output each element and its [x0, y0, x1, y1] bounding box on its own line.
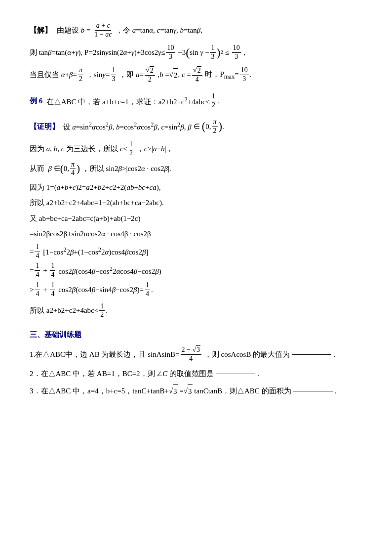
q1-period: .	[333, 348, 335, 361]
q3-period: .	[335, 384, 337, 398]
frac-numerator: a + c	[95, 22, 111, 31]
q2-period: .	[257, 367, 259, 381]
dot: .	[250, 68, 252, 82]
proof-conclusion: 所以 a2+b2+c2+4abc< 1 2 .	[30, 302, 362, 320]
q3-tan: tanCtanB，则△ABC 的面积为	[193, 384, 291, 398]
two-set: 2	[212, 127, 218, 135]
q1-blank	[292, 354, 331, 355]
one-a: 1	[35, 243, 40, 252]
q1: 1.在△ABC中，边 AB 为最长边，且 sinAsinB= 2 − 3 4 ，…	[30, 345, 362, 363]
three2: 3	[234, 53, 239, 61]
c-cond-text: ，c>|a−b|，	[135, 142, 173, 156]
frac-pi-4: π 4	[70, 161, 76, 178]
dot-ex6: .	[217, 94, 219, 108]
four-d: 4	[35, 290, 40, 299]
frac-1-4-a: 1 4	[35, 243, 40, 260]
solution-line2: 则 tanβ=tan(α+γ), P=2sinysin(2α+γ)+3cos2γ…	[30, 42, 362, 63]
two-ex6: 2	[211, 101, 216, 110]
frac-1-2-proof: 1 2	[128, 140, 134, 158]
four-f: 4	[145, 290, 150, 299]
frac-pi-2: π 2	[78, 66, 83, 84]
proof-line8: = 1 4 + 1 4 cos2β(cos4β−cos22αcos4β−cos2…	[30, 262, 362, 279]
one-conc: 1	[99, 302, 105, 311]
example6-label: 例 6	[30, 94, 46, 108]
tanb-text: 则 tanβ=tan(α+γ), P=2sinysin(2α+γ)+3cos2γ…	[30, 46, 165, 59]
ten: 10	[166, 44, 175, 53]
two-conc: 2	[99, 311, 105, 319]
one-ex6: 1	[211, 92, 216, 101]
cong-text: 从而	[30, 162, 48, 175]
frac-1-3: 1 3	[210, 44, 216, 61]
proof-set-text: 设 a=sin2αcos2β, b=cos2αcos2β, c=sin2β, β	[63, 119, 192, 134]
sin-gamma: sin γ −	[190, 46, 209, 59]
frac-1-4-b: 1 4	[35, 262, 40, 279]
dot-conc: .	[106, 304, 108, 317]
sqrt-2: 2	[169, 68, 178, 82]
section3-title: 三、基础训练题	[30, 328, 362, 342]
proof-label: 【证明】	[30, 120, 63, 133]
q2-text: 2．在△ABC 中，若 AB=1，BC=2，则 ∠C 的取值范围是	[30, 367, 214, 381]
comma: ，令 a=tanα, c=tanγ, b=tanβ,	[114, 24, 202, 37]
proof-line1: 【证明】 设 a=sin2αcos2β, b=cos2αcos2β, c=sin…	[30, 117, 362, 137]
siny-text: ，siny=	[84, 68, 110, 82]
ten3: 10	[240, 66, 249, 75]
frac-1-2-conc: 1 2	[99, 302, 105, 320]
frac-1-4-f: 1 4	[145, 281, 150, 299]
one-num: 1	[210, 44, 216, 53]
zero2: 0,	[64, 162, 69, 175]
one-c2: 1	[50, 262, 55, 271]
proof-line3: 因为 1=(a+b+c)2=a2+b2+c2+2(ab+bc+ca),	[30, 180, 362, 195]
solution-line1: 【解】 由题设 b = a + c 1 − ac ，令 a=tanα, c=ta…	[30, 22, 362, 39]
suoyi-text: 所以 a2+b2+c2+4abc<	[30, 304, 98, 317]
q2-blank	[216, 374, 255, 374]
gt-sign: >	[30, 283, 34, 297]
one-b2: 1	[35, 262, 40, 271]
cos-sin-expr: cos2β(cos4β−sin4β−cos2β)=	[56, 283, 144, 297]
q1-num: 2 − 3	[181, 345, 202, 355]
three3: 3	[241, 75, 247, 84]
left-paren: (	[186, 42, 190, 63]
q2: 2．在△ABC 中，若 AB=1，BC=2，则 ∠C 的取值范围是 .	[30, 367, 362, 381]
comma2: ,	[242, 46, 246, 59]
one-b: 1	[111, 66, 116, 75]
proof-beta-line: 从而 β ∈ ( 0, π 4 ) ，所以 sin2β>|cos2α · cos…	[30, 160, 362, 178]
proof-line5: 又 ab+bc+ca−2abc=c(a+b)+ab(1−2c)	[30, 212, 362, 226]
leq: ≤	[223, 46, 231, 59]
suoyi-sin: ，所以 sin2β>|cos2α · cos2β|.	[80, 162, 171, 175]
example6-section: 例 6 在△ABC 中，若 a+b+c=1，求证：a2+b2+c2+4abc< …	[30, 92, 362, 110]
when-text: 当且仅当 α+β=	[30, 68, 77, 82]
solution-section: 【解】 由题设 b = a + c 1 − ac ，令 a=tanα, c=ta…	[30, 22, 362, 84]
sqrt-3-q3: 3	[169, 384, 178, 398]
two-den2: 2	[147, 76, 153, 84]
equals: =	[84, 24, 92, 37]
beta-in: β ∈	[48, 162, 60, 175]
frac-a-plus-c: a + c 1 − ac	[93, 22, 113, 39]
pi-4-num: π	[70, 161, 76, 170]
frac-denominator: 1 − ac	[93, 31, 113, 39]
set-right-paren: )	[77, 160, 80, 178]
solution-label: 【解】	[30, 24, 52, 37]
q1-den: 4	[188, 355, 194, 363]
frac-1-3b: 1 3	[111, 66, 116, 84]
example6-text: 在△ABC 中，若 a+b+c=1，求证：a2+b2+c2+4abc<	[46, 94, 210, 109]
zero-text: 0,	[205, 120, 211, 133]
q1-suffix: ，则 cosAcosB 的最大值为	[202, 348, 290, 361]
frac-sqrt2-2: 2 2	[145, 66, 155, 84]
four-b2: 4	[35, 271, 40, 279]
solution-intro: 由题设	[57, 24, 81, 37]
frac-10-3-right: 10 3	[232, 44, 241, 61]
proof-section: 【证明】 设 a=sin2αcos2β, b=cos2αcos2β, c=sin…	[30, 117, 362, 319]
comma-b-text: ,b =	[156, 68, 169, 82]
plus-sign: +	[41, 264, 49, 277]
dot-proof: .	[222, 120, 224, 133]
plus-sign2: +	[41, 283, 49, 297]
set-left-paren: (	[60, 160, 64, 178]
four-4-den: 4	[70, 169, 76, 177]
eq-sign2: =	[30, 264, 34, 277]
period-line9: .	[151, 283, 153, 297]
one-p: 1	[128, 140, 134, 149]
four-e: 4	[50, 290, 55, 299]
section3: 三、基础训练题 1.在△ABC中，边 AB 为最长边，且 sinAsinB= 2…	[30, 328, 362, 398]
big-right-paren: )	[219, 117, 223, 137]
proof-c-text: 因为 a, b, c 为三边长，所以 c<	[30, 142, 127, 156]
